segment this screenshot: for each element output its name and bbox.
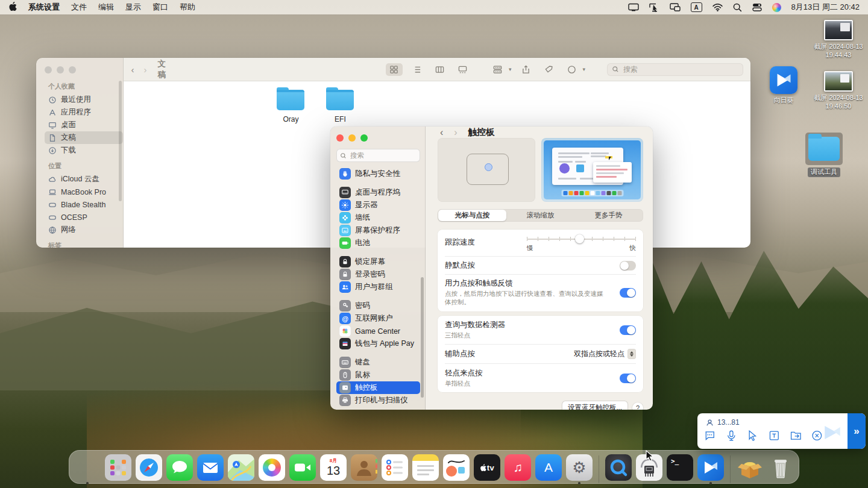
sidebar-item-ocesp[interactable]: OCESP: [45, 211, 123, 224]
dock-notes[interactable]: [412, 454, 439, 484]
tab-point-click[interactable]: 光标与点按: [438, 210, 506, 221]
settings-item-keyboard[interactable]: 键盘: [336, 356, 420, 369]
minimize-button[interactable]: [348, 134, 356, 142]
dock-messages[interactable]: [166, 454, 193, 484]
settings-item-login-password[interactable]: 登录密码: [336, 268, 420, 281]
sidebar-item-documents[interactable]: 文稿: [45, 131, 123, 144]
menu-window[interactable]: 窗口: [153, 2, 168, 13]
dock-finder[interactable]: [74, 454, 101, 484]
settings-item-screensaver[interactable]: 屏幕保护程序: [336, 224, 420, 237]
tracking-speed-slider[interactable]: 慢 快: [527, 234, 636, 250]
menu-edit[interactable]: 编辑: [98, 2, 114, 13]
display-status-icon[interactable]: [628, 3, 639, 11]
silent-clicking-toggle[interactable]: [620, 261, 636, 271]
more-actions-button[interactable]: [564, 63, 580, 76]
dock-photos[interactable]: [259, 454, 285, 484]
minimize-button[interactable]: [57, 66, 64, 74]
help-button[interactable]: ?: [632, 402, 643, 410]
settings-item-displays[interactable]: 显示器: [336, 199, 420, 211]
forward-button[interactable]: ›: [454, 127, 457, 138]
tab-scroll-zoom[interactable]: 滚动缩放: [506, 210, 574, 221]
menu-file[interactable]: 文件: [71, 2, 87, 13]
dock-app-store[interactable]: A: [535, 454, 562, 484]
desktop-icon-screenshot-1[interactable]: 截屏 2024-08-13 19.44.43: [805, 20, 868, 60]
desktop-icon-screenshot-2[interactable]: 截屏 2024-08-13 19.46.50: [805, 71, 868, 111]
file-item-efi[interactable]: EFI: [315, 90, 365, 124]
dock-reminders[interactable]: [382, 454, 408, 484]
dock-maps[interactable]: [228, 454, 254, 484]
file-transfer-icon[interactable]: [790, 429, 802, 442]
menu-view[interactable]: 显示: [125, 2, 141, 13]
menu-clock[interactable]: 8月13日 周二 20:42: [791, 2, 860, 13]
search-input[interactable]: [349, 151, 417, 160]
settings-item-printers-scanners[interactable]: 打印机与扫描仪: [336, 394, 420, 407]
settings-item-privacy-security[interactable]: 隐私与安全性: [336, 167, 420, 180]
control-center-icon[interactable]: [752, 3, 762, 11]
wifi-icon[interactable]: [712, 4, 723, 11]
close-button[interactable]: [336, 134, 344, 142]
back-button[interactable]: ‹: [131, 64, 134, 75]
secondary-click-select[interactable]: 双指点按或轻点: [574, 349, 636, 359]
force-click-toggle[interactable]: [620, 288, 636, 298]
sidebar-item-desktop[interactable]: 桌面: [45, 119, 123, 131]
settings-item-users-groups[interactable]: 用户与群组: [336, 281, 420, 293]
dock-calendar[interactable]: 8月 13: [320, 454, 347, 484]
dock-terminal[interactable]: >_: [667, 454, 693, 484]
lookup-toggle[interactable]: [620, 325, 636, 335]
menu-help[interactable]: 帮助: [180, 2, 195, 13]
setup-bluetooth-trackpad-button[interactable]: 设置蓝牙触控板...: [562, 401, 627, 410]
dock-safari[interactable]: [136, 454, 162, 484]
sidebar-item-recents[interactable]: 最近使用: [45, 93, 123, 106]
settings-search-field[interactable]: [336, 149, 420, 162]
slider-thumb[interactable]: [575, 234, 584, 243]
microphone-icon[interactable]: [725, 429, 738, 442]
dock-contacts[interactable]: [351, 454, 377, 484]
dock-sunlogin[interactable]: [697, 454, 724, 484]
menu-app-name[interactable]: 系统设置: [28, 2, 60, 13]
siri-icon[interactable]: [772, 3, 781, 12]
settings-item-game-center[interactable]: Game Center: [336, 325, 420, 337]
sidebar-item-macbook-pro[interactable]: MacBook Pro: [45, 186, 123, 198]
sidebar-item-downloads[interactable]: 下载: [45, 144, 123, 157]
apple-menu-icon[interactable]: [8, 2, 17, 13]
forward-button[interactable]: ›: [143, 64, 146, 75]
dock-quicktime[interactable]: [605, 454, 632, 484]
input-source-icon[interactable]: A: [691, 2, 702, 12]
dock-music[interactable]: ♫: [505, 454, 531, 484]
screen-share-status-icon[interactable]: [649, 3, 659, 12]
settings-item-battery[interactable]: 电池: [336, 237, 420, 249]
zoom-button[interactable]: [360, 134, 368, 142]
settings-item-trackpad[interactable]: 触控板: [336, 381, 420, 394]
zoom-button[interactable]: [69, 66, 76, 74]
chat-icon[interactable]: [703, 429, 716, 442]
tab-more-gestures[interactable]: 更多手势: [574, 210, 643, 221]
close-button[interactable]: [45, 66, 52, 74]
sidebar-item-network[interactable]: 网络: [45, 224, 123, 236]
dock-freeform[interactable]: [443, 454, 470, 484]
sidebar-item-blade-stealth[interactable]: Blade Stealth: [45, 198, 123, 211]
sidebar-scrollbar[interactable]: [119, 81, 122, 201]
sidebar-scrollbar[interactable]: [421, 277, 424, 398]
sidebar-item-applications[interactable]: 应用程序: [45, 106, 123, 119]
dock-launchpad[interactable]: [105, 454, 131, 484]
toolbar-expand-button[interactable]: »: [848, 413, 866, 449]
settings-item-lock-screen[interactable]: 锁定屏幕: [336, 255, 420, 268]
tap-to-click-toggle[interactable]: [620, 374, 636, 383]
settings-item-wallpaper[interactable]: 墙纸: [336, 211, 420, 224]
tags-button[interactable]: [541, 63, 558, 76]
file-item-oray[interactable]: Oray: [265, 90, 316, 124]
icon-view-button[interactable]: [386, 63, 403, 76]
cursor-icon[interactable]: [746, 429, 759, 442]
dock-system-settings[interactable]: ⚙: [566, 454, 593, 484]
dock-trash[interactable]: [767, 454, 794, 484]
dock-tv[interactable]: tv: [474, 454, 500, 484]
mirroring-status-icon[interactable]: [670, 3, 681, 11]
list-view-button[interactable]: [409, 63, 426, 76]
group-by-button[interactable]: [489, 63, 506, 76]
spotlight-icon[interactable]: [733, 3, 742, 12]
desktop-icon-debug-tools-folder[interactable]: 调试工具: [790, 133, 858, 177]
text-tool-icon[interactable]: [768, 429, 781, 442]
settings-item-passwords[interactable]: 密码: [336, 299, 420, 312]
dock-facetime[interactable]: [289, 454, 316, 484]
sidebar-item-icloud[interactable]: iCloud 云盘: [45, 173, 123, 186]
